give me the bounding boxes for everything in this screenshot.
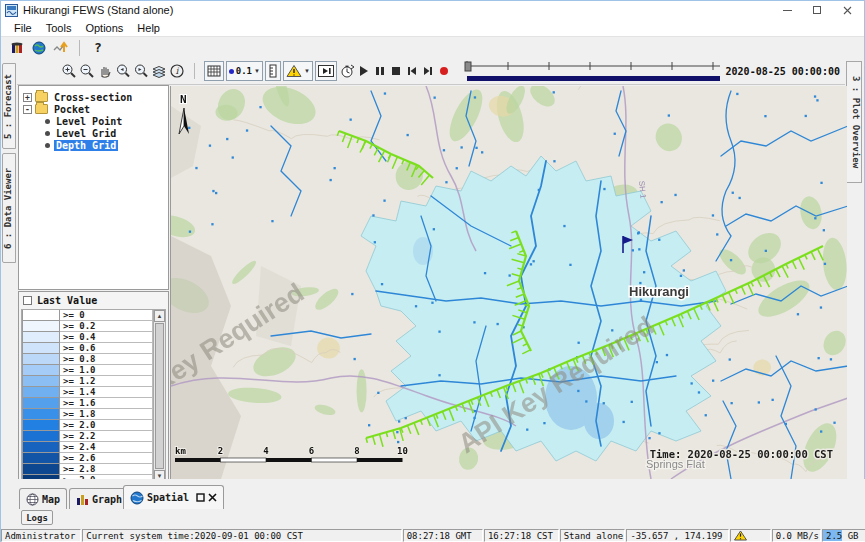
zoom-out-icon[interactable]	[79, 61, 95, 81]
legend-row: >= 1.4	[22, 387, 153, 398]
legend-swatch	[22, 409, 60, 420]
collapse-icon[interactable]: -	[23, 105, 32, 114]
map-toolbar: i 0.1 ▼ ▼	[1, 58, 864, 85]
window-title: Hikurangi FEWS (Stand alone)	[23, 4, 173, 16]
legend-label: >= 1.8	[60, 409, 153, 420]
scale-tick-label: 10	[397, 446, 408, 456]
zoom-previous-icon[interactable]	[115, 61, 131, 81]
maximize-panel-icon[interactable]	[196, 493, 205, 502]
legend-swatch	[22, 343, 60, 354]
legend-label: >= 2.4	[60, 442, 153, 453]
filter-tree: +Cross-section-PocketLevel PointLevel Gr…	[18, 85, 169, 290]
menu-options[interactable]: Options	[78, 22, 130, 34]
layers-icon[interactable]	[151, 61, 167, 81]
warning-icon	[734, 530, 747, 541]
legend-swatch	[22, 420, 60, 431]
animation-settings-icon[interactable]	[339, 61, 355, 81]
record-icon[interactable]	[437, 61, 451, 81]
legend-row: >= 0.4	[22, 332, 153, 343]
tree-item-level-grid[interactable]: Level Grid	[19, 127, 168, 139]
status-throughput: 0.0 MB/s	[772, 529, 821, 542]
tab-map[interactable]: Map	[19, 488, 67, 509]
ruler-button[interactable]	[265, 61, 281, 81]
legend-row: >= 2.8	[22, 464, 153, 475]
close-panel-icon[interactable]	[208, 493, 217, 502]
legend-row: >= 1.2	[22, 376, 153, 387]
tab-spatial[interactable]: Spatial	[123, 485, 224, 509]
tab-plot-overview[interactable]: 3 : Plot Overview	[846, 61, 862, 183]
info-icon[interactable]: i	[169, 61, 185, 81]
legend-label: >= 0.4	[60, 332, 153, 343]
globe-icon[interactable]	[28, 39, 50, 57]
legend-swatch	[22, 365, 60, 376]
scale-tick-label: 4	[263, 446, 269, 456]
legend-class-list: >= 0>= 0.2>= 0.4>= 0.6>= 0.8>= 1.0>= 1.2…	[21, 309, 154, 483]
menu-tools[interactable]: Tools	[39, 22, 79, 34]
legend-row: >= 1.0	[22, 365, 153, 376]
pan-icon[interactable]	[97, 61, 113, 81]
tab-data-viewer[interactable]: 6 : Data Viewer	[2, 153, 16, 263]
grid-display-button[interactable]	[204, 61, 224, 81]
tree-item-pocket[interactable]: -Pocket	[19, 103, 168, 115]
step-forward-icon[interactable]	[421, 61, 435, 81]
status-bar: AdministratorCurrent system time:2020-09…	[1, 528, 865, 542]
legend-label: >= 0.2	[60, 321, 153, 332]
zoom-next-icon[interactable]	[133, 61, 149, 81]
legend-row: >= 0.8	[22, 354, 153, 365]
current-time-label: 2020-08-25 00:00:00 CST	[726, 66, 864, 77]
legend-row: >= 2.4	[22, 442, 153, 453]
database-icon[interactable]	[6, 39, 28, 57]
status-local-time: 16:27:18 CST	[484, 529, 559, 542]
tree-item-label: Level Point	[54, 116, 124, 127]
legend-scrollbar[interactable]: ▲ ▼	[153, 309, 166, 483]
tree-item-depth-grid[interactable]: Depth Grid	[19, 139, 168, 151]
time-slider[interactable]	[463, 59, 720, 83]
timeseries-dialog-icon[interactable]	[50, 39, 72, 57]
warning-dropdown-button[interactable]: ▼	[283, 61, 313, 81]
tree-item-level-point[interactable]: Level Point	[19, 115, 168, 127]
status-gmt-time: 08:27:18 GMT	[403, 529, 483, 542]
folder-icon	[35, 92, 48, 102]
expand-icon[interactable]: +	[23, 93, 32, 102]
spatial-map-view[interactable]: Hikurangi Springs Flat SH 1 API Key Requ…	[170, 86, 847, 479]
zoom-in-icon[interactable]	[61, 61, 77, 81]
application-window: Hikurangi FEWS (Stand alone) FileToolsOp…	[0, 0, 865, 542]
node-bullet-icon	[45, 143, 50, 148]
maximize-button[interactable]	[802, 1, 832, 19]
menu-file[interactable]: File	[7, 22, 39, 34]
legend-swatch	[22, 442, 60, 453]
status-mode: Stand alone	[560, 529, 626, 542]
tab-graph[interactable]: Graph	[69, 488, 129, 509]
legend-label: >= 0	[60, 310, 153, 321]
menu-help[interactable]: Help	[130, 22, 167, 34]
legend-swatch	[22, 431, 60, 442]
logs-button[interactable]: Logs	[21, 510, 53, 525]
play-icon[interactable]	[357, 61, 371, 81]
legend-label: >= 1.2	[60, 376, 153, 387]
data-viewer-panel: +Cross-section-PocketLevel PointLevel Gr…	[17, 85, 170, 486]
class-break-dropdown[interactable]: 0.1 ▼	[226, 61, 263, 81]
time-slider-handle[interactable]	[465, 62, 471, 71]
chevron-down-icon: ▼	[304, 68, 310, 74]
scrollbar-thumb[interactable]	[155, 323, 164, 469]
legend-swatch	[22, 464, 60, 475]
svg-text:km: km	[175, 446, 186, 456]
tab-forecast[interactable]: 5 : Forecast	[2, 63, 16, 149]
pause-icon[interactable]	[373, 61, 387, 81]
stop-icon[interactable]	[389, 61, 403, 81]
svg-text:N: N	[180, 93, 187, 106]
legend-label: >= 0.6	[60, 343, 153, 354]
last-value-label: Last Value	[37, 295, 97, 306]
close-button[interactable]	[832, 1, 862, 19]
minimize-button[interactable]	[772, 1, 802, 19]
bar-chart-icon	[76, 493, 89, 506]
help-icon[interactable]: ?	[87, 39, 109, 57]
folder-icon	[35, 104, 48, 114]
last-value-checkbox[interactable]	[23, 296, 32, 305]
scroll-up-icon[interactable]: ▲	[154, 310, 165, 322]
status-warning[interactable]	[730, 529, 770, 542]
legend-label: >= 1.6	[60, 398, 153, 409]
legend-row: >= 0.2	[22, 321, 153, 332]
animation-window-button[interactable]	[315, 61, 337, 81]
step-back-icon[interactable]	[405, 61, 419, 81]
